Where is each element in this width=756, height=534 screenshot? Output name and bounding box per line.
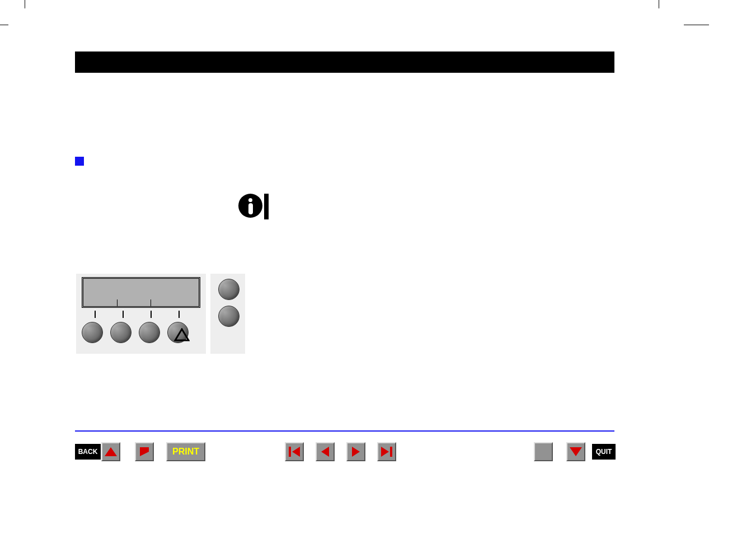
crop-mark	[684, 25, 709, 25]
print-button[interactable]: PRINT	[166, 442, 205, 461]
tick-mark	[151, 299, 151, 307]
crop-mark	[0, 25, 8, 25]
page-down-button[interactable]	[566, 442, 585, 461]
bullet-icon	[75, 157, 84, 166]
info-icon	[238, 194, 262, 218]
tick-mark	[95, 311, 96, 318]
quit-label: QUIT	[592, 444, 616, 460]
last-page-button[interactable]	[377, 442, 396, 461]
page-up-button[interactable]	[101, 442, 120, 461]
back-label: BACK	[75, 444, 101, 460]
next-page-button[interactable]	[346, 442, 365, 461]
up-arrow-icon	[174, 328, 190, 341]
knob-5[interactable]	[218, 279, 240, 300]
info-bar	[264, 194, 269, 219]
svg-rect-3	[289, 447, 291, 457]
device-panel-side	[210, 274, 245, 354]
tick-mark	[179, 311, 180, 318]
header-banner	[75, 51, 614, 73]
svg-marker-9	[570, 447, 582, 456]
first-page-button[interactable]	[285, 442, 304, 461]
knob-6[interactable]	[218, 306, 240, 327]
svg-marker-2	[140, 447, 149, 456]
knob-3[interactable]	[139, 322, 160, 343]
svg-marker-5	[321, 447, 329, 457]
knob-1[interactable]	[82, 322, 103, 343]
svg-marker-7	[381, 447, 389, 457]
device-display	[82, 277, 200, 308]
svg-marker-1	[105, 447, 117, 456]
tick-mark	[151, 311, 152, 318]
svg-rect-8	[390, 447, 392, 457]
crop-mark	[659, 0, 659, 8]
tick-mark	[123, 311, 124, 318]
tick-mark	[117, 299, 118, 307]
footer-divider	[75, 430, 614, 432]
knob-2[interactable]	[110, 322, 132, 343]
svg-marker-6	[352, 447, 360, 457]
device-panel	[76, 274, 206, 354]
crop-mark	[25, 0, 25, 8]
prev-page-button[interactable]	[316, 442, 335, 461]
blank-button[interactable]	[534, 442, 553, 461]
svg-marker-4	[292, 447, 300, 457]
svg-marker-0	[175, 329, 189, 340]
bookmark-button[interactable]	[135, 442, 154, 461]
